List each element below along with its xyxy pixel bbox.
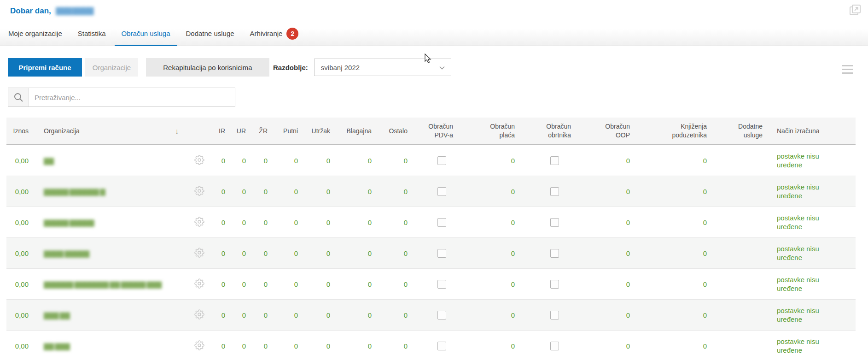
utrzak-count[interactable]: 0 <box>300 188 332 195</box>
search-input[interactable] <box>29 88 235 107</box>
postavke-link[interactable]: postavke nisu uređene <box>777 275 832 293</box>
blagajna-count[interactable]: 0 <box>332 311 374 319</box>
placa-count[interactable]: 0 <box>455 342 517 350</box>
organizacije-button[interactable]: Organizacije <box>85 58 138 77</box>
col-zr[interactable]: ŽR <box>248 127 270 136</box>
oop-count[interactable]: 0 <box>573 249 632 257</box>
menu-icon[interactable] <box>842 65 853 76</box>
ur-count[interactable]: 0 <box>227 342 248 350</box>
tab-obracun-usluga[interactable]: Obračun usluga <box>114 21 178 46</box>
zr-count[interactable]: 0 <box>248 311 270 319</box>
obracun-obrtnika-checkbox[interactable] <box>550 280 559 289</box>
blagajna-count[interactable]: 0 <box>332 249 374 257</box>
col-obracun-obrtnika[interactable]: Obračunobrtnika <box>517 122 573 140</box>
ur-count[interactable]: 0 <box>227 219 248 226</box>
putni-count[interactable]: 0 <box>270 249 300 257</box>
col-ir[interactable]: IR <box>212 127 227 136</box>
poduzetnika-count[interactable]: 0 <box>632 157 709 165</box>
ostalo-count[interactable]: 0 <box>374 342 410 350</box>
oop-count[interactable]: 0 <box>573 311 632 319</box>
obracun-obrtnika-checkbox[interactable] <box>550 311 559 320</box>
ostalo-count[interactable]: 0 <box>374 280 410 288</box>
col-dodatne-usluge[interactable]: Dodatneusluge <box>709 122 765 140</box>
obracun-pdv-checkbox[interactable] <box>437 311 446 320</box>
col-obracun-pdva[interactable]: ObračunPDV-a <box>410 122 455 140</box>
utrzak-count[interactable]: 0 <box>300 311 332 319</box>
placa-count[interactable]: 0 <box>455 219 517 226</box>
ostalo-count[interactable]: 0 <box>374 249 410 257</box>
col-nacin-izracuna[interactable]: Način izračuna <box>765 127 856 136</box>
sort-descending-icon[interactable]: ↓ <box>175 127 179 136</box>
period-select[interactable]: svibanj 2022 <box>314 59 451 76</box>
blagajna-count[interactable]: 0 <box>332 219 374 226</box>
obracun-obrtnika-checkbox[interactable] <box>550 249 559 258</box>
utrzak-count[interactable]: 0 <box>300 157 332 165</box>
col-organizacija[interactable]: Organizacija ↓ <box>32 127 189 136</box>
poduzetnika-count[interactable]: 0 <box>632 342 709 350</box>
zr-count[interactable]: 0 <box>248 249 270 257</box>
postavke-link[interactable]: postavke nisu uređene <box>777 213 832 231</box>
blagajna-count[interactable]: 0 <box>332 157 374 165</box>
postavke-link[interactable]: postavke nisu uređene <box>777 337 832 355</box>
col-putni[interactable]: Putni <box>270 127 300 136</box>
obracun-obrtnika-checkbox[interactable] <box>550 187 559 196</box>
poduzetnika-count[interactable]: 0 <box>632 188 709 195</box>
gear-icon[interactable] <box>194 186 204 196</box>
organization-name-redacted[interactable]: ▇▇ <box>44 156 53 165</box>
obracun-pdv-checkbox[interactable] <box>437 249 446 258</box>
oop-count[interactable]: 0 <box>573 219 632 226</box>
utrzak-count[interactable]: 0 <box>300 249 332 257</box>
obracun-pdv-checkbox[interactable] <box>437 156 446 165</box>
organization-name-redacted[interactable]: ▇▇▇ ▇▇ <box>44 311 70 320</box>
gear-icon[interactable] <box>194 155 204 165</box>
placa-count[interactable]: 0 <box>455 188 517 195</box>
ur-count[interactable]: 0 <box>227 249 248 257</box>
col-obracun-placa[interactable]: Obračunplaća <box>455 122 517 140</box>
gear-icon[interactable] <box>194 340 204 350</box>
pripremi-racune-button[interactable]: Pripremi račune <box>8 58 82 77</box>
ir-count[interactable]: 0 <box>212 311 227 319</box>
postavke-link[interactable]: postavke nisu uređene <box>777 152 832 169</box>
poduzetnika-count[interactable]: 0 <box>632 280 709 288</box>
zr-count[interactable]: 0 <box>248 157 270 165</box>
col-knjizenja-poduzetnika[interactable]: Knjiženjapoduzetnika <box>632 122 709 140</box>
putni-count[interactable]: 0 <box>270 188 300 195</box>
postavke-link[interactable]: postavke nisu uređene <box>777 183 832 200</box>
putni-count[interactable]: 0 <box>270 219 300 226</box>
zr-count[interactable]: 0 <box>248 280 270 288</box>
ir-count[interactable]: 0 <box>212 342 227 350</box>
ir-count[interactable]: 0 <box>212 249 227 257</box>
poduzetnika-count[interactable]: 0 <box>632 219 709 226</box>
poduzetnika-count[interactable]: 0 <box>632 249 709 257</box>
obracun-pdv-checkbox[interactable] <box>437 280 446 289</box>
oop-count[interactable]: 0 <box>573 157 632 165</box>
col-ur[interactable]: UR <box>227 127 248 136</box>
gear-icon[interactable] <box>194 278 204 289</box>
gear-icon[interactable] <box>194 217 204 227</box>
tab-arhiviranje[interactable]: Arhiviranje 2 <box>242 21 307 46</box>
col-ostalo[interactable]: Ostalo <box>374 127 410 136</box>
ir-count[interactable]: 0 <box>212 219 227 226</box>
obracun-obrtnika-checkbox[interactable] <box>550 342 559 350</box>
ostalo-count[interactable]: 0 <box>374 188 410 195</box>
ostalo-count[interactable]: 0 <box>374 157 410 165</box>
blagajna-count[interactable]: 0 <box>332 280 374 288</box>
postavke-link[interactable]: postavke nisu uređene <box>777 244 832 262</box>
organization-name-redacted[interactable]: ▇▇▇▇ ▇▇▇▇▇ <box>44 249 89 258</box>
gear-icon[interactable] <box>194 309 204 320</box>
tab-statistika[interactable]: Statistika <box>70 21 114 46</box>
ur-count[interactable]: 0 <box>227 188 248 195</box>
oop-count[interactable]: 0 <box>573 342 632 350</box>
organization-name-redacted[interactable]: ▇▇▇▇▇▇ ▇▇▇▇▇▇▇ ▇▇ ▇▇▇▇▇ ▇▇▇ <box>44 280 161 289</box>
col-blagajna[interactable]: Blagajna <box>332 127 374 136</box>
placa-count[interactable]: 0 <box>455 280 517 288</box>
organization-name-redacted[interactable]: ▇▇▇▇▇ ▇▇▇▇▇▇ ▇ <box>44 187 105 196</box>
tab-moje-organizacije[interactable]: Moje organizacije <box>0 21 70 46</box>
ir-count[interactable]: 0 <box>212 188 227 195</box>
putni-count[interactable]: 0 <box>270 342 300 350</box>
placa-count[interactable]: 0 <box>455 157 517 165</box>
ur-count[interactable]: 0 <box>227 280 248 288</box>
obracun-obrtnika-checkbox[interactable] <box>550 218 559 227</box>
postavke-link[interactable]: postavke nisu uređene <box>777 306 832 324</box>
putni-count[interactable]: 0 <box>270 280 300 288</box>
